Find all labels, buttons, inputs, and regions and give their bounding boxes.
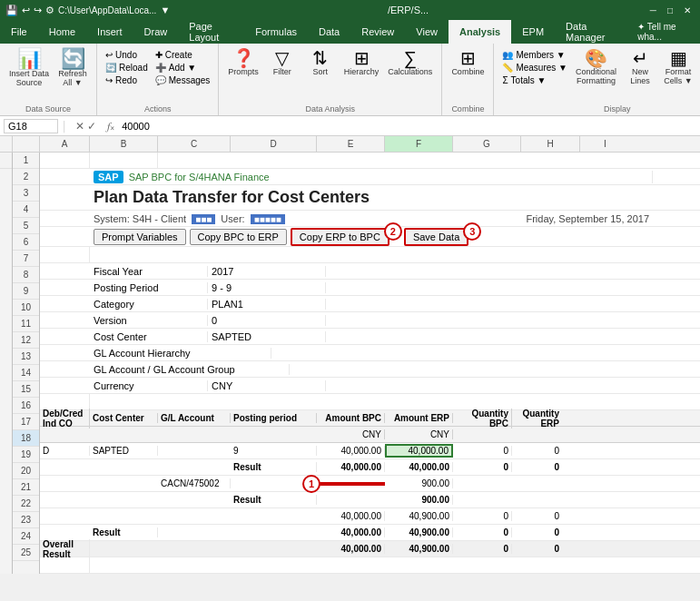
maximize-button[interactable]: □ <box>664 5 676 16</box>
tab-formulas[interactable]: Formulas <box>244 20 308 44</box>
calculations-button[interactable]: ∑ Calculations <box>384 47 436 79</box>
ribbon-group-combine-items: ⊞ Combine <box>448 47 488 103</box>
tab-insert[interactable]: Insert <box>86 20 133 44</box>
insert-data-source-button[interactable]: 📊 Insert DataSource <box>5 47 53 90</box>
messages-button[interactable]: 💬Messages <box>153 74 213 86</box>
field-label-currency: Currency <box>90 380 208 391</box>
redo-ribbon-button[interactable]: ↪Redo <box>103 74 151 86</box>
prompt-variables-button[interactable]: Prompt Variables <box>94 229 186 245</box>
tab-review[interactable]: Review <box>350 20 405 44</box>
row-num-20: 20 <box>13 463 39 479</box>
tab-draw[interactable]: Draw <box>133 20 179 44</box>
cell-a25[interactable] <box>40 557 90 573</box>
cell-a6[interactable] <box>40 247 90 262</box>
cell-18-deb[interactable]: D <box>40 446 90 456</box>
name-box[interactable] <box>4 119 58 133</box>
cell-b4: System: S4H - Client ■■■ User: ■■■■■ <box>90 213 326 224</box>
formula-input[interactable] <box>122 121 696 132</box>
tab-tell-me[interactable]: ✦ Tell me wha... <box>626 20 700 44</box>
cell-b1[interactable] <box>90 153 158 168</box>
save-data-button[interactable]: Save Data 3 <box>404 228 468 246</box>
cell-20-amt-erp[interactable]: 900.00 <box>385 478 453 488</box>
members-button[interactable]: 👥Members ▼ <box>499 49 570 61</box>
cell-18-amt-bpc[interactable]: 40,000.00 <box>317 446 385 456</box>
cell-19-result: Result <box>231 462 317 472</box>
dropdown-arrow[interactable]: ▼ <box>160 5 170 15</box>
left-ind-blank <box>0 153 12 169</box>
cell-22-qty-erp: 0 <box>512 511 562 521</box>
ribbon-group-display-items: 👥Members ▼ 📏Measures ▼ ΣTotals ▼ 🎨 Condi… <box>499 47 700 103</box>
tab-epm[interactable]: EPM <box>511 20 555 44</box>
prompts-button[interactable]: ❓ Prompts <box>224 47 262 79</box>
reload-button[interactable]: 🔄Reload <box>103 62 151 74</box>
tab-analysis[interactable]: Analysis <box>449 20 511 44</box>
cell-23-amt-erp: 40,900.00 <box>385 527 453 537</box>
grid-container: A B C D E F G H I 1 2 3 4 5 6 <box>0 136 700 574</box>
grid-row-18[interactable]: D SAPTED 9 40,000.00 40,000.00 0 0 <box>40 443 700 459</box>
grid-row-12: GL Account Hierarchy <box>40 345 700 361</box>
new-lines-button[interactable]: ↵ NewLines <box>622 47 658 88</box>
tab-page-layout[interactable]: Page Layout <box>178 20 244 44</box>
grid-body: 1 2 3 4 5 6 7 8 9 10 11 12 13 14 15 16 1… <box>0 153 700 574</box>
combine-button[interactable]: ⊞ Combine <box>448 47 488 79</box>
grid-row-11: Cost Center SAPTED <box>40 329 700 345</box>
format-cells-button[interactable]: ▦ FormatCells ▼ <box>660 47 696 88</box>
close-button[interactable]: ✕ <box>680 5 695 16</box>
cell-18-cc[interactable]: SAPTED <box>90 446 158 456</box>
tab-data-manager[interactable]: Data Manager <box>555 20 626 44</box>
cell-18-pp[interactable]: 9 <box>231 446 317 456</box>
grid-row-20: CACN/475002 1 900.00 <box>40 476 700 492</box>
conditional-formatting-button[interactable]: 🎨 ConditionalFormatting <box>572 47 620 88</box>
config-icon[interactable]: ⚙ <box>45 5 54 16</box>
field-label-posting: Posting Period <box>90 282 208 293</box>
sap-subtitle: SAP BPC for S/4HANA Finance <box>129 172 270 182</box>
tab-view[interactable]: View <box>405 20 449 44</box>
date-cell: Friday, September 15, 2017 <box>326 213 653 224</box>
tab-home[interactable]: Home <box>38 20 86 44</box>
cell-18-amt-erp[interactable]: 40,000.00 <box>385 444 453 458</box>
formula-func-icon[interactable]: 𝑓ₓ <box>104 120 118 133</box>
row-numbers-col: 1 2 3 4 5 6 7 8 9 10 11 12 13 14 15 16 1… <box>13 153 40 574</box>
sort-button[interactable]: ⇅ Sort <box>302 47 339 79</box>
row-num-4: 4 <box>13 202 39 218</box>
cell-20-amt-bpc[interactable]: 1 <box>317 482 385 486</box>
measures-button[interactable]: 📏Measures ▼ <box>499 62 570 74</box>
refresh-all-button[interactable]: 🔄 RefreshAll ▼ <box>54 47 91 90</box>
cell-b2: SAP SAP BPC for S/4HANA Finance <box>90 171 653 183</box>
copy-erp-to-bpc-button[interactable]: Copy ERP to BPC 2 <box>291 228 389 246</box>
grid-row-4: System: S4H - Client ■■■ User: ■■■■■ Fri… <box>40 211 700 227</box>
undo-ribbon-button[interactable]: ↩Undo <box>103 49 151 61</box>
conditional-formatting-icon: 🎨 <box>585 49 607 67</box>
filter-button[interactable]: ▽ Filter <box>264 47 301 79</box>
tab-file[interactable]: File <box>0 20 38 44</box>
cell-18-qty-erp[interactable]: 0 <box>512 446 562 456</box>
cell-a15[interactable] <box>40 394 90 409</box>
cell-18-qty-bpc[interactable]: 0 <box>453 446 512 456</box>
cell-a1[interactable] <box>40 153 90 168</box>
row-num-14: 14 <box>13 365 39 381</box>
ribbon-group-data-source: 📊 Insert DataSource 🔄 RefreshAll ▼ Data … <box>0 44 97 115</box>
tab-data[interactable]: Data <box>308 20 350 44</box>
cell-24-amt-bpc: 40,000.00 <box>317 544 385 554</box>
col-header-row-num <box>13 136 40 152</box>
create-button[interactable]: ✚Create <box>153 49 213 61</box>
grid-row-13: GL Account / GL Account Group <box>40 361 700 378</box>
formula-check-icon[interactable]: ✕ ✓ <box>72 120 100 133</box>
cell-24-qty-bpc: 0 <box>453 544 512 554</box>
system-label: System: <box>94 213 130 224</box>
hierarchy-button[interactable]: ⊞ Hierarchy <box>340 47 383 79</box>
copy-bpc-to-erp-button[interactable]: Copy BPC to ERP <box>190 229 287 245</box>
field-value-version: 0 <box>208 315 326 326</box>
add-button[interactable]: ➕Add ▼ <box>153 62 213 74</box>
undo-icon[interactable]: ↩ <box>22 5 30 16</box>
data-source-group-title: Data Source <box>5 103 91 113</box>
col-header-b: B <box>90 136 158 152</box>
title-bar-right: ─ □ ✕ <box>646 5 695 16</box>
save-icon[interactable]: 💾 <box>5 5 18 16</box>
redo-icon[interactable]: ↪ <box>34 5 42 16</box>
cell-20-gl[interactable]: CACN/475002 <box>158 478 231 488</box>
totals-button[interactable]: ΣTotals ▼ <box>499 74 570 86</box>
field-value-fiscal: 2017 <box>208 266 326 277</box>
minimize-button[interactable]: ─ <box>646 5 660 16</box>
cell-b5-buttons: Prompt Variables Copy BPC to ERP Copy ER… <box>90 228 472 246</box>
